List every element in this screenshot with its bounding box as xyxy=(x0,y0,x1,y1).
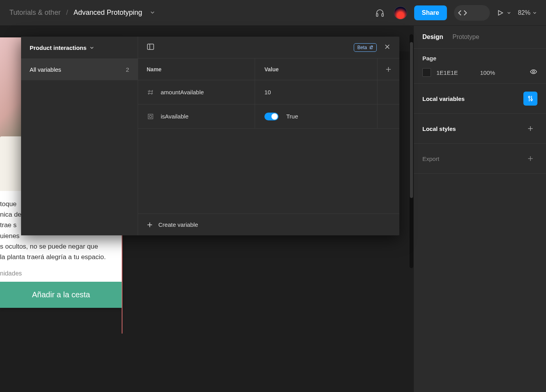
desc-line: s ocultos, no se puede negar que xyxy=(0,241,122,252)
export-label: Export xyxy=(422,155,439,162)
page-section-title: Page xyxy=(422,55,537,62)
headphones-icon[interactable] xyxy=(373,6,387,20)
tab-prototype[interactable]: Prototype xyxy=(452,34,479,41)
plus-icon[interactable] xyxy=(523,122,537,136)
variable-name: amountAvailable xyxy=(161,89,204,95)
page-section: Page 1E1E1E 100% xyxy=(414,49,546,84)
chevron-down-icon[interactable] xyxy=(150,10,155,16)
variables-panel: Product interactions All variables 2 Bet… xyxy=(21,37,399,235)
column-name-header[interactable]: Name xyxy=(138,58,255,80)
row-actions[interactable] xyxy=(378,104,399,128)
tab-design[interactable]: Design xyxy=(422,34,443,41)
all-variables-label: All variables xyxy=(30,66,61,73)
units-text: nidades xyxy=(0,270,122,282)
color-swatch[interactable] xyxy=(422,68,431,77)
variable-row[interactable]: amountAvailable 10 xyxy=(138,80,399,104)
project-name[interactable]: Tutorials & other xyxy=(9,9,60,17)
collection-name: Product interactions xyxy=(30,44,87,51)
breadcrumb-separator: / xyxy=(66,9,68,17)
variables-settings-icon[interactable] xyxy=(523,92,537,106)
desc-line: la planta traerá alegría a tu espacio. xyxy=(0,252,122,262)
local-styles-section[interactable]: Local styles xyxy=(414,114,546,144)
number-type-icon xyxy=(147,88,154,96)
boolean-toggle[interactable] xyxy=(264,113,278,120)
page-color-opacity[interactable]: 100% xyxy=(480,69,524,76)
svg-rect-0 xyxy=(376,14,378,16)
svg-rect-1 xyxy=(382,14,383,16)
file-name[interactable]: Advanced Prototyping xyxy=(73,9,142,17)
eye-icon[interactable] xyxy=(530,68,537,77)
local-styles-label: Local styles xyxy=(422,125,456,132)
beta-text: Beta xyxy=(357,45,367,50)
svg-point-5 xyxy=(149,115,152,118)
breadcrumb[interactable]: Tutorials & other / Advanced Prototyping xyxy=(9,9,155,17)
share-button[interactable]: Share xyxy=(414,5,447,20)
zoom-level[interactable]: 82% xyxy=(518,9,537,16)
variable-value-cell[interactable]: True xyxy=(255,104,378,128)
inspector-tabs: Design Prototype xyxy=(414,26,546,49)
variable-value-cell[interactable]: 10 xyxy=(255,80,378,104)
present-button[interactable] xyxy=(497,9,511,16)
dev-mode-toggle[interactable] xyxy=(454,5,490,21)
svg-rect-2 xyxy=(147,44,154,49)
close-icon[interactable] xyxy=(384,43,391,52)
column-value-header[interactable]: Value xyxy=(255,58,378,80)
variable-row[interactable]: isAvailable True xyxy=(138,104,399,129)
create-variable-button[interactable]: Create variable xyxy=(138,214,399,235)
svg-rect-4 xyxy=(148,114,153,119)
svg-point-10 xyxy=(531,99,532,101)
all-variables-group[interactable]: All variables 2 xyxy=(21,58,138,80)
scrollbar-thumb[interactable] xyxy=(410,42,413,198)
plus-icon[interactable] xyxy=(523,152,537,166)
sidebar-toggle-icon[interactable] xyxy=(147,43,154,52)
variables-panel-header: Beta xyxy=(138,37,399,58)
variables-table-header: Name Value xyxy=(138,58,399,80)
variables-table-area: Beta Name Value xyxy=(138,37,399,235)
canvas-scrollbar[interactable] xyxy=(410,34,413,268)
svg-point-6 xyxy=(533,71,535,73)
collection-dropdown[interactable]: Product interactions xyxy=(21,37,138,58)
local-variables-section[interactable]: Local variables xyxy=(414,84,546,114)
variables-table: Name Value amountAvailable 10 xyxy=(138,58,399,214)
page-color-hex[interactable]: 1E1E1E xyxy=(436,69,464,76)
variable-name: isAvailable xyxy=(161,113,188,120)
all-variables-count: 2 xyxy=(126,66,129,73)
boolean-type-icon xyxy=(147,113,154,120)
top-actions: Share 82% xyxy=(373,5,537,21)
zoom-value: 82% xyxy=(518,9,530,16)
beta-badge[interactable]: Beta xyxy=(354,43,377,52)
avatar[interactable] xyxy=(394,6,407,19)
top-bar: Tutorials & other / Advanced Prototyping… xyxy=(0,0,546,26)
create-variable-label: Create variable xyxy=(158,221,198,228)
inspector-panel: Design Prototype Page 1E1E1E 100% Local … xyxy=(413,26,546,392)
add-mode-button[interactable] xyxy=(378,58,399,80)
local-variables-label: Local variables xyxy=(422,95,464,102)
export-section[interactable]: Export xyxy=(414,144,546,174)
row-actions[interactable] xyxy=(378,80,399,104)
add-to-cart-button[interactable]: Añadir a la cesta xyxy=(0,282,122,308)
variables-sidebar: Product interactions All variables 2 xyxy=(21,37,138,235)
svg-point-7 xyxy=(528,96,530,98)
page-background-row[interactable]: 1E1E1E 100% xyxy=(422,68,537,77)
variable-value: True xyxy=(286,113,298,120)
variable-value: 10 xyxy=(264,89,271,95)
